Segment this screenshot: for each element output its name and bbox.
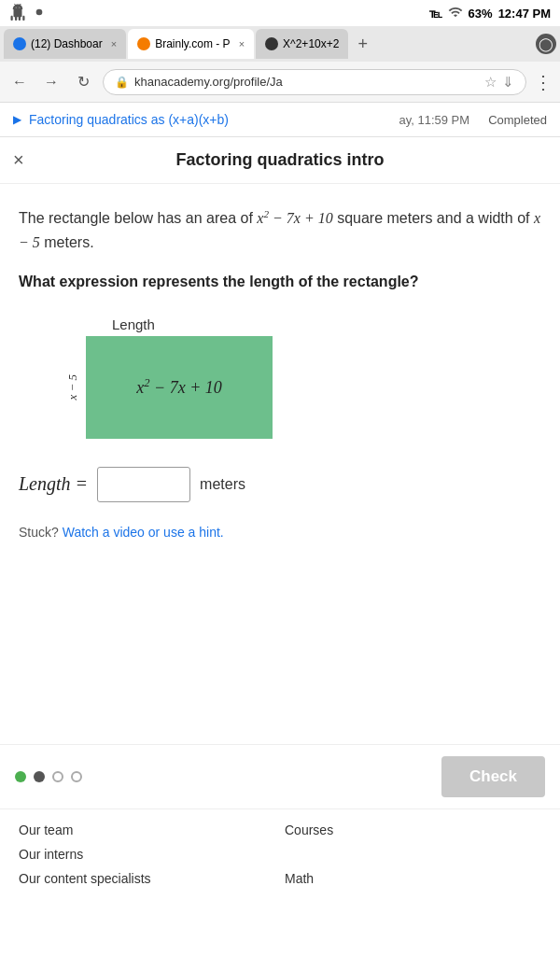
bluetooth-icon: ℡ (429, 7, 442, 21)
footer-link-courses[interactable]: Courses (285, 822, 541, 837)
footer-links: Our team Courses Our interns Our content… (0, 808, 560, 899)
modal-title: Factoring quadratics intro (175, 150, 384, 170)
tab-1-label: (12) Dashboar (31, 37, 103, 50)
rect-row: x − 5 x2 − 7x + 10 (65, 336, 273, 439)
area-formula: x2 − 7x + 10 (257, 210, 332, 226)
android-icon (9, 4, 26, 23)
check-button[interactable]: Check (441, 756, 545, 797)
tab-1-favicon (13, 37, 26, 50)
problem-description: The rectangle below has an area of x2 − … (19, 206, 541, 255)
dot-1 (15, 771, 26, 782)
completion-status: Completed (488, 113, 547, 127)
due-date: ay, 11:59 PM (399, 113, 469, 127)
length-label: Length (112, 316, 155, 332)
new-tab-button[interactable]: + (350, 35, 375, 54)
modal-close-button[interactable]: × (13, 149, 24, 171)
tab-2[interactable]: Brainly.com - P × (128, 29, 254, 59)
tab-3-favicon (265, 37, 278, 50)
svg-point-0 (36, 8, 43, 15)
status-left (9, 4, 47, 23)
status-right: ℡ 63% 12:47 PM (429, 5, 551, 22)
problem-area: The rectangle below has an area of x2 − … (0, 184, 560, 744)
dot-2 (34, 771, 45, 782)
footer-link-our-interns[interactable]: Our interns (19, 847, 275, 862)
tab-1-close[interactable]: × (111, 38, 117, 49)
question-text: What expression represents the length of… (19, 274, 541, 290)
expand-arrow-icon[interactable]: ▶ (13, 113, 21, 126)
tab-2-favicon (137, 37, 150, 50)
bookmark-icon[interactable]: ☆ (484, 74, 497, 91)
completed-row: ▶ Factoring quadratics as (x+a)(x+b) ay,… (0, 103, 560, 137)
tab-2-close[interactable]: × (239, 38, 245, 49)
modal-header: × Factoring quadratics intro (0, 137, 560, 184)
status-bar: ℡ 63% 12:47 PM (0, 0, 560, 26)
progress-bar-area: Check (0, 744, 560, 808)
dot-4 (71, 771, 82, 782)
battery-icon: 63% (469, 7, 493, 21)
extension-button[interactable]: ◯ (536, 34, 556, 54)
dot-3 (52, 771, 63, 782)
assignment-link[interactable]: Factoring quadratics as (x+a)(x+b) (29, 112, 399, 127)
length-equation-label: Length = (19, 473, 88, 495)
browser-tabs: (12) Dashboar × Brainly.com - P × X^2+10… (0, 26, 560, 62)
browser-bar: ← → ↻ 🔒 khanacademy.org/profile/Ja ☆ ⇓ ⋮ (0, 62, 560, 103)
browser-menu-icon[interactable]: ⋮ (534, 71, 553, 93)
description-part3: meters. (40, 234, 94, 250)
wifi-icon (448, 5, 463, 22)
footer-link-math[interactable]: Math (285, 871, 541, 886)
length-input-row: Length = meters (19, 467, 541, 502)
length-answer-input[interactable] (97, 467, 190, 502)
description-part2: square meters and a width of (333, 210, 534, 226)
address-text: khanacademy.org/profile/Ja (134, 75, 479, 89)
address-bar[interactable]: 🔒 khanacademy.org/profile/Ja ☆ ⇓ (103, 69, 526, 95)
stuck-row: Stuck? Watch a video or use a hint. (19, 525, 541, 540)
tab-3[interactable]: X^2+10x+2 (256, 29, 348, 59)
width-label: x − 5 (65, 374, 80, 401)
tab-3-label: X^2+10x+2 (283, 37, 339, 50)
progress-dots (15, 771, 82, 782)
rectangle: x2 − 7x + 10 (86, 336, 273, 439)
forward-button[interactable]: → (39, 70, 63, 94)
time-display: 12:47 PM (498, 7, 551, 21)
diagram: Length x − 5 x2 − 7x + 10 (65, 316, 541, 439)
width-formula-label: x − 5 (65, 374, 79, 401)
stuck-label: Stuck? (19, 525, 59, 540)
meters-label: meters (200, 476, 245, 493)
back-button[interactable]: ← (7, 70, 32, 94)
footer-link-our-team[interactable]: Our team (19, 822, 275, 837)
lock-icon: 🔒 (115, 76, 129, 89)
tab-1[interactable]: (12) Dashboar × (4, 29, 126, 59)
description-part1: The rectangle below has an area of (19, 210, 257, 226)
hint-link[interactable]: Watch a video or use a hint. (63, 525, 224, 540)
footer-link-empty (285, 847, 541, 862)
tab-2-label: Brainly.com - P (155, 37, 230, 50)
area-formula-inside: x2 − 7x + 10 (136, 376, 222, 398)
notification-icon (32, 5, 47, 22)
download-icon[interactable]: ⇓ (502, 74, 514, 91)
footer-link-content-specialists[interactable]: Our content specialists (19, 871, 275, 886)
refresh-button[interactable]: ↻ (71, 70, 95, 94)
